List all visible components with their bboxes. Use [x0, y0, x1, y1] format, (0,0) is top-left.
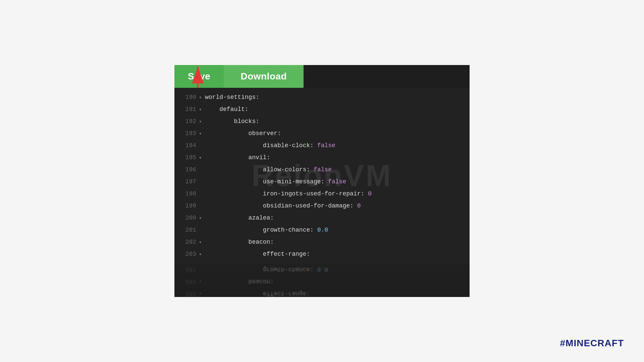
- code-line: 203▾ effect-range:: [174, 248, 470, 260]
- hashtag-label: #MINECRAFT: [560, 338, 624, 349]
- code-line: 202▾ beacon:: [174, 276, 470, 288]
- save-button[interactable]: Save: [174, 65, 224, 88]
- code-line: 202▾ beacon:: [174, 236, 470, 248]
- code-line: 193▾ observer:: [174, 127, 470, 139]
- code-line: 201 growth-chance: 0.0: [174, 224, 470, 236]
- code-line: 196 allow-colors: false: [174, 164, 470, 176]
- code-line: 203▾ effect-range:: [174, 288, 470, 297]
- code-lines: 190▾world-settings:191▾ default:192▾ blo…: [174, 91, 470, 260]
- code-line: 201 growth-chance: 0.0: [174, 263, 470, 276]
- code-line: 194 disable-clock: false: [174, 139, 470, 152]
- code-editor: ReionVM 190▾world-settings:191▾ default:…: [174, 88, 470, 263]
- code-line: 198 iron-ingots-used-for-repair: 0: [174, 188, 470, 200]
- code-line: 190▾world-settings:: [174, 91, 470, 103]
- code-line: 195▾ anvil:: [174, 152, 470, 164]
- code-line: 197 use-mini-message: false: [174, 176, 470, 188]
- editor-container: Save Download ReionVM 190▾world-settings…: [174, 65, 470, 297]
- code-line: 199 obsidian-used-for-damage: 0: [174, 200, 470, 212]
- download-button[interactable]: Download: [224, 65, 304, 88]
- code-line: 191▾ default:: [174, 103, 470, 115]
- toolbar: Save Download: [174, 65, 470, 88]
- code-line: 192▾ blocks:: [174, 115, 470, 127]
- code-line: 200▾ azalea:: [174, 212, 470, 224]
- scene: Save Download ReionVM 190▾world-settings…: [0, 0, 644, 362]
- reflection: 203▾ effect-range:202▾ beacon:201 growth…: [174, 263, 470, 297]
